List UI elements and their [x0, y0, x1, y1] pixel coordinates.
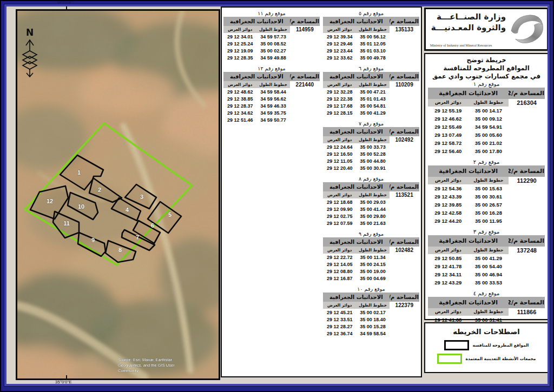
map-title-line3: في مجمع كسارات جنوب وادي عمق [428, 72, 545, 81]
lon-header: خطوط الطول [256, 81, 289, 88]
coord-row: 34 59 58.5429 12 36.74 [323, 330, 419, 337]
area-value: 113521 [390, 191, 419, 198]
longitude-value: 34 59 50.77 [256, 116, 289, 123]
area-header: المساحة م/2 [390, 17, 419, 26]
coords-table: المساحة م/2الاحداثيات الجغرافية102482خطو… [323, 237, 419, 282]
area-header: المساحة م/2 [390, 72, 419, 81]
coords-table: المساحة م/2الاحداثيات الجغرافية122379خطو… [323, 293, 419, 337]
longitude-value: 35 00 41.29 [356, 109, 389, 116]
longitude-value: 35 01 01.43 [356, 95, 389, 102]
latitude-value: 29 12 58.72 [428, 139, 469, 147]
area-value: 112290 [509, 177, 545, 184]
latitude-value: 29 12 48.62 [223, 88, 256, 95]
area-value: 221440 [290, 81, 320, 88]
longitude-value: 35 00 52.28 [356, 150, 389, 157]
coord-row: 35 00 30.6129 12 43.39 [428, 192, 545, 201]
coord-row: 34 59 46.3329 12 28.37 [223, 102, 320, 109]
coord-row: 35 00 29.8029 12 02.75 [323, 212, 419, 220]
longitude-value: 35 00 30.61 [469, 192, 509, 201]
area-header: المساحة م/2 [290, 72, 320, 81]
coords-table: المساحة م/2الاحداثيات الجغرافية135133خطو… [323, 17, 419, 61]
longitude-value: 35 00 29.03 [356, 198, 389, 205]
longitude-value: 35 01 03.10 [356, 47, 389, 54]
coord-row: 35 00 54.8129 12 17.68 [323, 102, 419, 109]
area-value: 114959 [290, 26, 320, 33]
longitude-value: 34 59 35.75 [256, 109, 289, 116]
area-value: 110209 [390, 81, 419, 88]
coord-row: 34 59 57.7329 12 34.01 [223, 33, 320, 40]
longitude-value: 34 59 58.54 [356, 330, 389, 337]
area-header: المساحة م/2 [390, 293, 419, 302]
longitude-value: 35 00 08.52 [256, 40, 289, 47]
latitude-value: 29 12 50.85 [428, 254, 469, 262]
legend-title: اصطلاحات الخريطه [430, 328, 543, 336]
latitude-value: 29 13 07.49 [428, 131, 469, 139]
title-and-tables-box: خريطة توضح المواقع المطروحه للمنافسة في … [424, 53, 548, 320]
coord-row: 35 00 14.1729 12 55.19 [428, 107, 545, 115]
legend-item-offered-sites: المواقع المطروحه للمنافسه [430, 340, 543, 350]
coords-table: المساحة م/2الاحداثيات الجغرافية112290خطو… [428, 165, 545, 225]
site-polygon-label: 5 [168, 211, 172, 218]
site-caption: موقع رقم ١٠ [323, 286, 419, 292]
longitude-value: 35 00 49.78 [356, 54, 389, 61]
latitude-value: 29 12 29.46 [323, 40, 356, 47]
ministry-name-en: Ministry of Industry and Mineral Resourc… [430, 43, 492, 47]
site-caption: موقع رقم ٧ [323, 121, 419, 127]
latitude-value: 29 12 36.74 [323, 330, 356, 337]
site-table-2: موقع رقم ٢المساحة م/2الاحداثيات الجغرافي… [428, 159, 545, 225]
latitude-value: 29 12 43.29 [428, 278, 469, 287]
latitude-value: 29 12 22.72 [323, 254, 356, 261]
lon-header: خطوط الطول [469, 177, 509, 184]
coord-row: 35 00 44.8029 12 11.05 [323, 157, 419, 164]
latitude-value: 29 12 33.62 [323, 54, 356, 61]
longitude-value: 34 59 56.62 [256, 95, 289, 102]
latitude-value: 29 12 42.58 [428, 209, 469, 217]
coord-row: 34 59 35.7529 12 34.62 [223, 109, 320, 116]
latitude-value: 29 12 17.68 [323, 102, 356, 109]
site-polygon-label: 3 [140, 194, 143, 200]
longitude-value: 35 00 17.80 [469, 147, 509, 155]
map-title-line2: المواقع المطروحه للمنافسة [428, 64, 545, 72]
svg-text:Source: Esri, Maxar, Earthstar: Source: Esri, Maxar, Earthstar [118, 357, 173, 362]
coord-row: 35 00 46.9429 12 34.11 [428, 270, 545, 278]
area-value: 102492 [390, 136, 419, 143]
area-header: المساحة م/2 [390, 182, 419, 191]
latitude-value: 29 12 08.80 [323, 268, 356, 275]
longitude-value: 35 00 19.00 [356, 268, 389, 275]
longitude-value: 35 00 54.40 [469, 262, 509, 270]
coord-row: 35 00 11.3429 12 22.72 [323, 254, 419, 261]
lon-header: خطوط الطول [356, 247, 389, 254]
coord-row: 35 00 33.7329 12 24.64 [323, 143, 419, 150]
coord-row: 35 01 01.4329 12 22.38 [323, 95, 419, 102]
coords-table: المساحة م/2الاحداثيات الجغرافية216304خطو… [428, 88, 545, 155]
latitude-value: 29 12 20.40 [323, 164, 356, 171]
lat-header: دوائر العرض [428, 247, 469, 254]
latitude-value: 29 12 16.87 [323, 275, 356, 282]
content-area: 1 2 3 4 5 6 7 8 9 10 11 12 [6, 6, 548, 384]
area-header: المساحة م/2 [509, 297, 545, 308]
coords-table: المساحة م/2الاحداثيات الجغرافية110209خطو… [323, 72, 419, 116]
coord-row: 35 00 47.2129 12 32.28 [323, 88, 419, 95]
coord-row: 35 00 52.2829 12 16.50 [323, 150, 419, 157]
area-value: 135133 [390, 26, 419, 33]
coord-row: 35 00 09.1229 12 46.62 [428, 115, 545, 123]
latitude-value: 29 12 22.38 [323, 95, 356, 102]
coords-header: الاحداثيات الجغرافية [323, 182, 390, 191]
latitude-value: 29 12 24.64 [323, 143, 356, 150]
coord-row: 35 00 29.0329 12 18.68 [323, 198, 419, 205]
coord-row: 35 00 21.0229 12 58.72 [428, 139, 545, 147]
coord-row: 35 00 15.6329 12 54.36 [428, 184, 545, 192]
longitude-tick-bottom [66, 375, 67, 380]
area-value: 216304 [509, 99, 545, 107]
longitude-value: 35 00 09.12 [469, 115, 509, 123]
site-polygon-label: 2 [98, 187, 101, 193]
coords-table: المساحة م/2الاحداثيات الجغرافية221440خطو… [223, 72, 320, 123]
coord-row: 35 00 41.4429 12 09.90 [323, 205, 419, 212]
area-header: المساحة م/2 [509, 235, 545, 247]
svg-text:Geographics, and the GIS User: Geographics, and the GIS User [118, 363, 175, 368]
map-panel: 1 2 3 4 5 6 7 8 9 10 11 12 [16, 9, 220, 380]
lat-header: دوائر العرض [323, 26, 356, 33]
site-polygon-label: 11 [63, 220, 70, 227]
coords-header: الاحداثيات الجغرافية [428, 297, 509, 308]
coord-row: 35 00 15.2829 12 28.27 [323, 323, 419, 330]
